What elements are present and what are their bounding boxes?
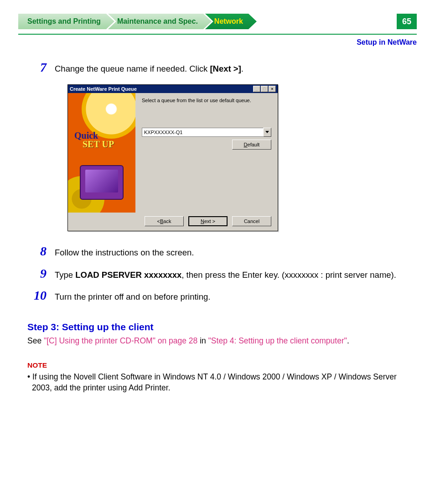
- step-number: 9: [27, 266, 55, 281]
- dialog-titlebar: Create NetWare Print Queue _ □ ×: [68, 85, 278, 93]
- dialog-instruction: Select a queue from the list or use defa…: [142, 98, 271, 103]
- next-button[interactable]: Next >: [188, 216, 228, 226]
- btn-rest: efault: [248, 142, 260, 147]
- queue-combobox[interactable]: [142, 128, 271, 137]
- close-icon[interactable]: ×: [269, 86, 276, 92]
- setup-text: SET UP: [83, 139, 114, 150]
- default-button[interactable]: Default: [232, 140, 271, 150]
- note-bullet: • If using the Novell Client Software in…: [27, 371, 408, 394]
- tab-maintenance[interactable]: Maintenance and Spec.: [108, 14, 212, 29]
- header-rule: [18, 34, 417, 35]
- top-tabs: Settings and Printing Maintenance and Sp…: [18, 14, 417, 29]
- svg-marker-0: [265, 131, 269, 133]
- btn-ul: B: [160, 218, 163, 224]
- step-10: 10 Turn the printer off and on before pr…: [27, 288, 408, 303]
- step-text: Type LOAD PSERVER xxxxxxxx, then press t…: [55, 266, 396, 281]
- step-8: 8 Follow the instructions on the screen.: [27, 244, 408, 259]
- tab-settings[interactable]: Settings and Printing: [18, 14, 114, 29]
- maximize-icon[interactable]: □: [261, 86, 268, 92]
- dialog-footer: < Back Next > Cancel: [68, 213, 278, 231]
- text-part: See: [27, 336, 44, 345]
- text-part: in: [197, 336, 208, 345]
- crossref-link[interactable]: "[C] Using the printer CD-ROM" on page 2…: [44, 336, 197, 345]
- btn-ul: N: [201, 218, 204, 224]
- breadcrumb: Setup in NetWare: [18, 38, 417, 47]
- section-heading: Step 3: Setting up the client: [27, 322, 408, 333]
- note-label: NOTE: [27, 361, 408, 369]
- cancel-button[interactable]: Cancel: [232, 216, 271, 226]
- step-text: Follow the instructions on the screen.: [55, 244, 194, 259]
- step-number: 10: [27, 288, 55, 303]
- monitor-icon: [80, 165, 124, 200]
- tab-network[interactable]: Network: [205, 14, 257, 29]
- tab-settings-label: Settings and Printing: [27, 17, 101, 26]
- step-text: Change the queue name if needed. Click […: [55, 60, 243, 75]
- step-text-part: .: [241, 64, 243, 73]
- step-text-part: , then press the Enter key. (xxxxxxxx : …: [181, 270, 396, 280]
- btn-label: Cancel: [244, 218, 259, 224]
- dialog-window: Create NetWare Print Queue _ □ × Quick S…: [67, 84, 278, 231]
- back-button[interactable]: < Back: [145, 216, 184, 226]
- page-number: 65: [397, 14, 417, 29]
- step-text-part: Change the queue name if needed. Click: [55, 64, 210, 73]
- tab-network-label: Network: [214, 17, 243, 26]
- btn-ul: D: [244, 142, 248, 147]
- step-text-part: Type: [55, 270, 75, 280]
- dialog-sidebar-art: Quick SET UP: [68, 93, 135, 213]
- crossref-link[interactable]: "Step 4: Setting up the client computer": [208, 336, 347, 345]
- text-part: .: [347, 336, 349, 345]
- chevron-down-icon[interactable]: [263, 128, 271, 137]
- queue-input[interactable]: [142, 128, 263, 137]
- step-number: 7: [27, 60, 55, 75]
- btn-rest: ext >: [204, 218, 215, 224]
- step-text-bold: [Next >]: [210, 64, 241, 73]
- step-7: 7 Change the queue name if needed. Click…: [27, 60, 408, 75]
- step-number: 8: [27, 244, 55, 259]
- step-text-bold: LOAD PSERVER xxxxxxxx: [75, 270, 181, 280]
- tab-maintenance-label: Maintenance and Spec.: [117, 17, 198, 26]
- dialog-figure: Create NetWare Print Queue _ □ × Quick S…: [67, 84, 408, 231]
- btn-rest: ack: [163, 218, 171, 224]
- step-9: 9 Type LOAD PSERVER xxxxxxxx, then press…: [27, 266, 408, 281]
- dialog-title: Create NetWare Print Queue: [70, 86, 253, 92]
- quick-setup-logo: Quick SET UP: [74, 130, 114, 150]
- minimize-icon[interactable]: _: [253, 86, 260, 92]
- section-body: See "[C] Using the printer CD-ROM" on pa…: [27, 335, 408, 347]
- step-text: Turn the printer off and on before print…: [55, 288, 210, 303]
